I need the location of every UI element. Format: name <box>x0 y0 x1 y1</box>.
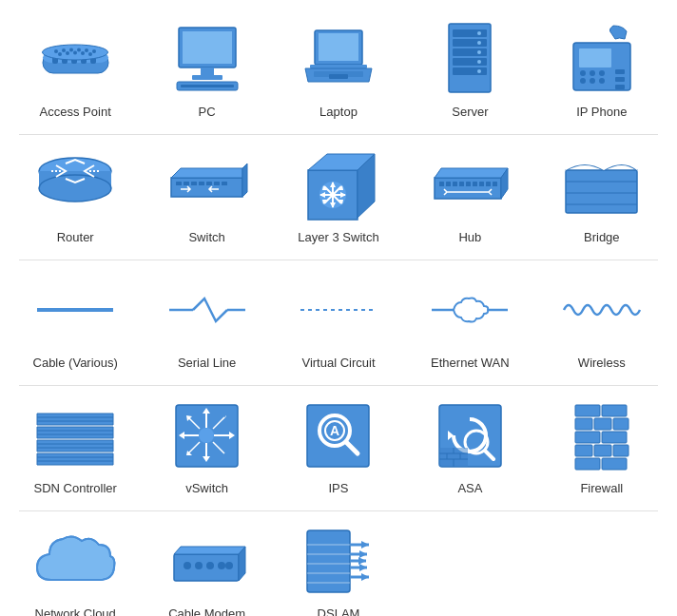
svg-point-157 <box>218 562 225 569</box>
svg-point-36 <box>477 31 481 35</box>
svg-rect-49 <box>615 69 625 74</box>
svg-rect-56 <box>184 182 189 185</box>
access-point-label: Access Point <box>40 105 111 119</box>
svg-rect-55 <box>176 182 182 185</box>
item-wireless: Wireless <box>536 260 667 385</box>
item-laptop: Laptop <box>273 10 404 134</box>
server-icon <box>427 21 513 97</box>
svg-rect-61 <box>222 182 227 185</box>
ips-icon: A <box>296 397 381 473</box>
sdn-controller-icon <box>32 397 118 473</box>
cable-label: Cable (Various) <box>33 356 118 370</box>
ethernet-wan-label: Ethernet WAN <box>431 356 510 370</box>
svg-rect-82 <box>453 182 457 186</box>
svg-rect-146 <box>575 432 600 443</box>
sdn-controller-label: SDN Controller <box>33 481 116 495</box>
svg-point-154 <box>184 562 191 569</box>
svg-rect-145 <box>613 418 629 430</box>
firewall-label: Firewall <box>580 481 623 495</box>
svg-rect-26 <box>319 33 358 61</box>
svg-point-38 <box>477 50 481 54</box>
svg-rect-51 <box>615 85 625 89</box>
svg-point-10 <box>69 48 73 51</box>
svg-marker-161 <box>361 541 369 549</box>
svg-point-45 <box>599 70 605 76</box>
svg-rect-22 <box>192 75 222 80</box>
svg-rect-150 <box>613 445 629 456</box>
svg-rect-33 <box>453 48 487 56</box>
svg-rect-20 <box>183 31 232 64</box>
svg-rect-148 <box>575 445 592 456</box>
svg-rect-85 <box>473 182 477 186</box>
asa-label: ASA <box>457 481 482 495</box>
item-asa: ASA <box>404 386 535 510</box>
svg-rect-144 <box>594 418 611 430</box>
svg-point-43 <box>580 70 586 76</box>
svg-point-158 <box>225 562 233 569</box>
svg-rect-89 <box>566 170 637 213</box>
svg-point-15 <box>66 51 69 55</box>
item-firewall: Firewall <box>536 386 667 510</box>
layer3-switch-label: Layer 3 Switch <box>298 230 378 244</box>
svg-marker-167 <box>359 564 367 571</box>
svg-point-39 <box>477 60 481 64</box>
svg-text:A: A <box>330 423 339 438</box>
row1-grid: Access Point PC <box>10 10 667 134</box>
router-icon <box>32 146 118 222</box>
svg-rect-60 <box>214 182 220 185</box>
item-hub: Hub <box>404 135 535 260</box>
network-cloud-icon <box>32 523 118 599</box>
svg-rect-58 <box>199 182 204 185</box>
svg-point-17 <box>81 51 85 55</box>
svg-point-54 <box>39 175 111 202</box>
svg-point-8 <box>54 49 58 53</box>
svg-rect-84 <box>466 182 471 186</box>
svg-rect-141 <box>575 405 600 416</box>
svg-rect-31 <box>453 29 487 37</box>
bridge-icon <box>559 146 645 222</box>
svg-point-155 <box>195 562 203 569</box>
svg-rect-86 <box>479 182 484 186</box>
item-router: Router <box>10 135 141 260</box>
wireless-label: Wireless <box>578 356 626 370</box>
item-sdn-controller: SDN Controller <box>10 386 141 510</box>
virtual-circuit-label: Virtual Circuit <box>301 356 375 370</box>
svg-point-44 <box>590 70 595 76</box>
item-access-point: Access Point <box>10 10 141 134</box>
svg-rect-143 <box>575 418 592 430</box>
hub-icon <box>427 146 513 222</box>
row5-grid: Network Cloud Cable Modem <box>10 511 667 616</box>
virtual-circuit-icon <box>296 272 381 348</box>
layer3-switch-icon <box>296 146 381 222</box>
vswitch-label: vSwitch <box>185 481 228 495</box>
asa-icon <box>427 397 513 473</box>
svg-rect-80 <box>439 182 444 186</box>
item-server: Server <box>404 10 535 134</box>
svg-rect-27 <box>310 65 367 68</box>
svg-point-108 <box>199 428 214 443</box>
pc-label: PC <box>199 105 216 119</box>
svg-marker-165 <box>358 557 366 565</box>
item-empty1 <box>404 511 535 616</box>
svg-point-13 <box>92 49 96 53</box>
laptop-label: Laptop <box>319 105 358 119</box>
svg-point-16 <box>73 50 77 54</box>
svg-rect-151 <box>575 458 600 470</box>
router-label: Router <box>57 230 94 244</box>
svg-point-11 <box>77 48 81 51</box>
svg-rect-50 <box>615 77 625 82</box>
item-dslam: DSLAM <box>273 511 404 616</box>
network-cloud-label: Network Cloud <box>35 606 116 616</box>
hub-label: Hub <box>458 230 481 244</box>
svg-point-14 <box>58 52 62 56</box>
switch-icon <box>164 146 250 222</box>
ip-phone-icon <box>559 21 645 97</box>
wireless-icon <box>559 272 645 348</box>
access-point-icon <box>32 21 118 97</box>
svg-rect-149 <box>594 445 611 456</box>
svg-rect-88 <box>493 182 497 186</box>
item-ethernet-wan: Ethernet WAN <box>404 260 535 385</box>
svg-rect-87 <box>486 182 491 186</box>
svg-rect-147 <box>602 432 627 443</box>
svg-rect-42 <box>579 48 611 67</box>
